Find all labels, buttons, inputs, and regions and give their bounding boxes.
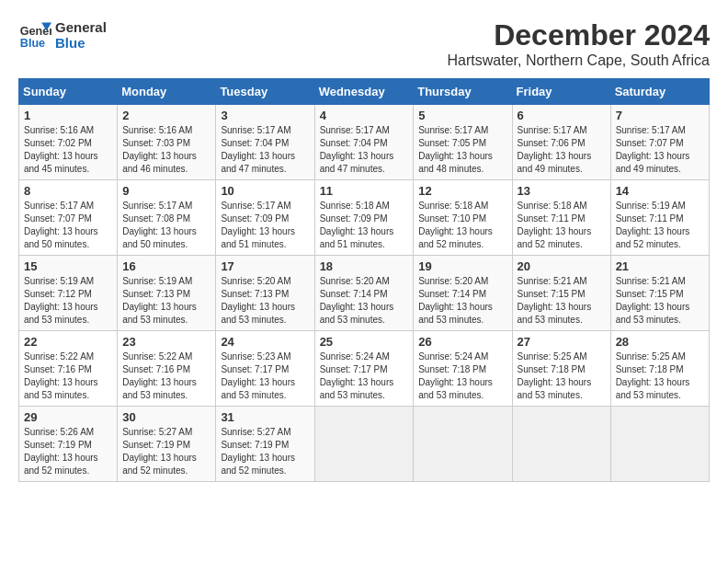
day-number: 28 [616,335,704,349]
day-number: 9 [122,184,210,198]
day-info: Sunrise: 5:17 AMSunset: 7:09 PMDaylight:… [221,201,295,249]
logo-general: General [55,19,107,35]
day-info: Sunrise: 5:24 AMSunset: 7:17 PMDaylight:… [320,351,394,400]
calendar-week-row: 1 Sunrise: 5:16 AMSunset: 7:02 PMDayligh… [19,105,710,180]
table-row: 6 Sunrise: 5:17 AMSunset: 7:06 PMDayligh… [512,105,610,180]
day-info: Sunrise: 5:17 AMSunset: 7:07 PMDaylight:… [616,125,690,174]
day-info: Sunrise: 5:22 AMSunset: 7:16 PMDaylight:… [122,351,197,400]
table-row: 19 Sunrise: 5:20 AMSunset: 7:14 PMDaylig… [414,256,512,331]
title-area: December 2024 Hartswater, Northern Cape,… [448,18,710,69]
day-info: Sunrise: 5:26 AMSunset: 7:19 PMDaylight:… [24,427,98,476]
table-row: 23 Sunrise: 5:22 AMSunset: 7:16 PMDaylig… [118,331,216,407]
day-number: 6 [518,109,606,122]
day-info: Sunrise: 5:18 AMSunset: 7:09 PMDaylight:… [320,201,394,249]
day-info: Sunrise: 5:19 AMSunset: 7:11 PMDaylight:… [616,201,690,249]
day-number: 11 [320,184,409,198]
table-row: 10 Sunrise: 5:17 AMSunset: 7:09 PMDaylig… [216,180,314,256]
table-row: 16 Sunrise: 5:19 AMSunset: 7:13 PMDaylig… [118,256,216,331]
day-info: Sunrise: 5:16 AMSunset: 7:02 PMDaylight:… [24,125,98,174]
day-number: 1 [24,109,112,122]
day-info: Sunrise: 5:20 AMSunset: 7:14 PMDaylight:… [320,276,394,325]
table-row: 12 Sunrise: 5:18 AMSunset: 7:10 PMDaylig… [414,180,512,256]
calendar-week-row: 29 Sunrise: 5:26 AMSunset: 7:19 PMDaylig… [19,407,710,482]
table-row: 21 Sunrise: 5:21 AMSunset: 7:15 PMDaylig… [610,256,709,331]
day-info: Sunrise: 5:17 AMSunset: 7:07 PMDaylight:… [24,201,98,249]
table-row [512,407,610,482]
day-info: Sunrise: 5:17 AMSunset: 7:04 PMDaylight:… [221,125,295,174]
calendar-table: Sunday Monday Tuesday Wednesday Thursday… [18,78,710,482]
day-info: Sunrise: 5:19 AMSunset: 7:13 PMDaylight:… [122,276,197,325]
day-info: Sunrise: 5:17 AMSunset: 7:06 PMDaylight:… [518,125,592,174]
day-info: Sunrise: 5:21 AMSunset: 7:15 PMDaylight:… [616,276,690,325]
day-info: Sunrise: 5:20 AMSunset: 7:13 PMDaylight:… [221,276,295,325]
day-number: 2 [122,109,210,122]
table-row: 8 Sunrise: 5:17 AMSunset: 7:07 PMDayligh… [19,180,118,256]
col-saturday: Saturday [610,79,709,105]
calendar-week-row: 15 Sunrise: 5:19 AMSunset: 7:12 PMDaylig… [19,256,710,331]
table-row: 28 Sunrise: 5:25 AMSunset: 7:18 PMDaylig… [610,331,709,407]
logo-icon: General Blue [18,18,51,52]
day-info: Sunrise: 5:23 AMSunset: 7:17 PMDaylight:… [221,351,295,400]
day-info: Sunrise: 5:27 AMSunset: 7:19 PMDaylight:… [122,427,197,476]
table-row: 22 Sunrise: 5:22 AMSunset: 7:16 PMDaylig… [19,331,118,407]
day-number: 19 [418,259,506,273]
table-row [314,407,414,482]
table-row: 9 Sunrise: 5:17 AMSunset: 7:08 PMDayligh… [118,180,216,256]
table-row: 5 Sunrise: 5:17 AMSunset: 7:05 PMDayligh… [414,105,512,180]
table-row: 24 Sunrise: 5:23 AMSunset: 7:17 PMDaylig… [216,331,314,407]
day-info: Sunrise: 5:18 AMSunset: 7:10 PMDaylight:… [418,201,493,249]
col-tuesday: Tuesday [216,79,314,105]
day-number: 18 [320,259,409,273]
day-number: 31 [221,410,309,424]
day-number: 16 [122,259,210,273]
col-thursday: Thursday [414,79,512,105]
day-number: 5 [418,109,506,122]
calendar-week-row: 8 Sunrise: 5:17 AMSunset: 7:07 PMDayligh… [19,180,710,256]
col-sunday: Sunday [19,79,118,105]
calendar-header-row: Sunday Monday Tuesday Wednesday Thursday… [19,79,710,105]
logo-blue: Blue [55,35,107,51]
day-number: 25 [320,335,409,349]
table-row: 3 Sunrise: 5:17 AMSunset: 7:04 PMDayligh… [216,105,314,180]
table-row: 13 Sunrise: 5:18 AMSunset: 7:11 PMDaylig… [512,180,610,256]
table-row: 14 Sunrise: 5:19 AMSunset: 7:11 PMDaylig… [610,180,709,256]
day-number: 27 [518,335,606,349]
day-info: Sunrise: 5:20 AMSunset: 7:14 PMDaylight:… [418,276,493,325]
day-number: 23 [122,335,210,349]
table-row: 17 Sunrise: 5:20 AMSunset: 7:13 PMDaylig… [216,256,314,331]
day-number: 22 [24,335,112,349]
table-row: 11 Sunrise: 5:18 AMSunset: 7:09 PMDaylig… [314,180,414,256]
day-number: 4 [320,109,409,122]
table-row: 29 Sunrise: 5:26 AMSunset: 7:19 PMDaylig… [19,407,118,482]
table-row: 30 Sunrise: 5:27 AMSunset: 7:19 PMDaylig… [118,407,216,482]
day-number: 3 [221,109,309,122]
day-number: 7 [616,109,704,122]
table-row [610,407,709,482]
day-info: Sunrise: 5:27 AMSunset: 7:19 PMDaylight:… [221,427,295,476]
day-number: 14 [616,184,704,198]
col-friday: Friday [512,79,610,105]
day-info: Sunrise: 5:16 AMSunset: 7:03 PMDaylight:… [122,125,197,174]
table-row: 15 Sunrise: 5:19 AMSunset: 7:12 PMDaylig… [19,256,118,331]
table-row: 26 Sunrise: 5:24 AMSunset: 7:18 PMDaylig… [414,331,512,407]
calendar-week-row: 22 Sunrise: 5:22 AMSunset: 7:16 PMDaylig… [19,331,710,407]
day-info: Sunrise: 5:19 AMSunset: 7:12 PMDaylight:… [24,276,98,325]
day-info: Sunrise: 5:25 AMSunset: 7:18 PMDaylight:… [518,351,592,400]
day-info: Sunrise: 5:21 AMSunset: 7:15 PMDaylight:… [518,276,592,325]
table-row: 31 Sunrise: 5:27 AMSunset: 7:19 PMDaylig… [216,407,314,482]
day-number: 29 [24,410,112,424]
table-row: 7 Sunrise: 5:17 AMSunset: 7:07 PMDayligh… [610,105,709,180]
table-row: 2 Sunrise: 5:16 AMSunset: 7:03 PMDayligh… [118,105,216,180]
day-info: Sunrise: 5:18 AMSunset: 7:11 PMDaylight:… [518,201,592,249]
page-header: General Blue General Blue December 2024 … [18,18,710,69]
day-number: 20 [518,259,606,273]
day-number: 30 [122,410,210,424]
day-number: 24 [221,335,309,349]
day-number: 12 [418,184,506,198]
table-row: 27 Sunrise: 5:25 AMSunset: 7:18 PMDaylig… [512,331,610,407]
page-title: December 2024 [448,18,710,52]
day-number: 15 [24,259,112,273]
table-row: 25 Sunrise: 5:24 AMSunset: 7:17 PMDaylig… [314,331,414,407]
col-monday: Monday [118,79,216,105]
col-wednesday: Wednesday [314,79,414,105]
